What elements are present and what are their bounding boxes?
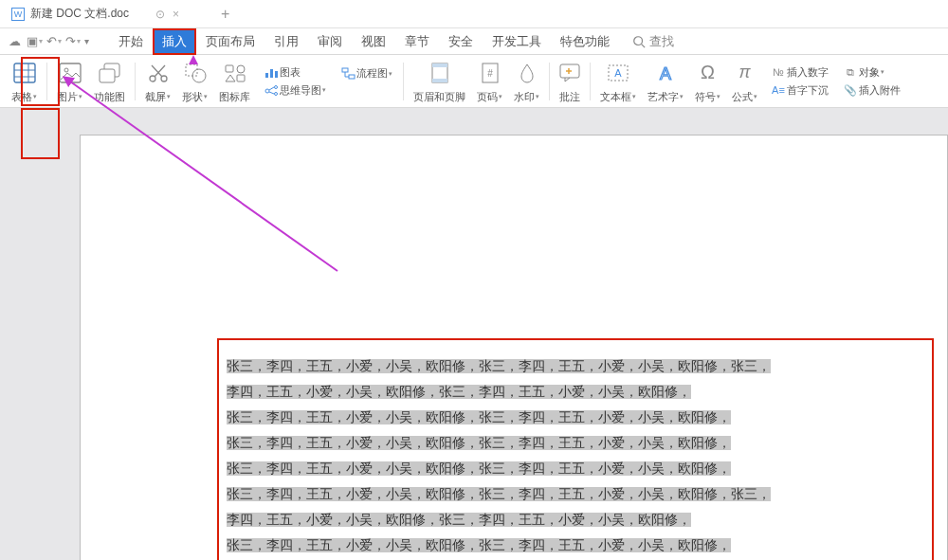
ribbon-watermark[interactable]: 水印▾ [508, 59, 545, 104]
search-icon [632, 35, 646, 48]
object-icon: ⧉ [842, 66, 859, 79]
quick-undo-icon[interactable]: ↶ [46, 34, 57, 48]
ribbon-attachment[interactable]: 📎插入附件 [839, 81, 903, 99]
ribbon-flowchart-col: 流程图▾ [333, 59, 399, 104]
comment-icon [559, 61, 580, 85]
formula-icon: π [738, 61, 750, 85]
svg-rect-29 [349, 75, 355, 79]
doc-icon: W [11, 8, 25, 21]
svg-rect-17 [226, 65, 233, 72]
ribbon-misc-group2: ⧉对象▾ 📎插入附件 [835, 59, 907, 104]
document-selection-area[interactable]: 张三，李四，王五，小爱，小吴，欧阳修，张三，李四，王五，小爱，小吴，欧阳修，张三… [217, 338, 934, 560]
svg-rect-31 [432, 63, 447, 67]
svg-point-16 [192, 69, 206, 82]
svg-rect-19 [237, 75, 245, 81]
quick-redo-icon[interactable]: ↷ [65, 34, 76, 48]
tab-close-icon[interactable]: × [173, 8, 179, 21]
menu-chapter[interactable]: 章节 [395, 28, 439, 55]
workspace: 张三，李四，王五，小爱，小吴，欧阳修，张三，李四，王五，小爱，小吴，欧阳修，张三… [0, 108, 948, 560]
mindmap-icon [263, 84, 280, 97]
separator [46, 63, 47, 100]
ribbon-textbox[interactable]: A 文本框▾ [594, 59, 642, 104]
separator [403, 63, 404, 100]
svg-rect-21 [270, 69, 273, 78]
document-tab[interactable]: W 新建 DOC 文档.doc ⊙ × [0, 0, 191, 27]
ribbon-comment[interactable]: 批注 [554, 59, 586, 104]
document-text[interactable]: 张三，李四，王五，小爱，小吴，欧阳修，张三，李四，王五，小爱，小吴，欧阳修，张三… [227, 353, 926, 560]
ribbon-chart[interactable]: 图表 [260, 63, 329, 81]
menu-reference[interactable]: 引用 [264, 28, 308, 55]
search-button[interactable]: 查找 [632, 33, 674, 50]
ribbon-formula[interactable]: π 公式▾ [726, 59, 763, 104]
menu-layout[interactable]: 页面布局 [196, 28, 264, 55]
dropcap-icon: A≡ [770, 84, 787, 96]
titlebar: W 新建 DOC 文档.doc ⊙ × + [0, 0, 948, 28]
svg-rect-10 [100, 69, 115, 82]
menu-insert[interactable]: 插入 [153, 28, 196, 55]
ribbon-screenshot[interactable]: 截屏▾ [139, 59, 176, 104]
textbox-icon: A [607, 61, 629, 85]
ribbon-page-number[interactable]: # 页码▾ [471, 59, 508, 104]
attachment-icon: 📎 [842, 84, 859, 97]
svg-point-25 [274, 92, 277, 95]
svg-rect-20 [265, 73, 268, 78]
table-icon [13, 61, 36, 85]
ribbon-iconlib[interactable]: 图标库 [213, 59, 256, 104]
quick-save-icon[interactable]: ▣ [27, 34, 38, 48]
header-footer-icon [429, 61, 450, 85]
svg-rect-28 [342, 68, 348, 72]
quick-more-icon[interactable]: ▾ [84, 36, 89, 46]
quick-cloud-icon[interactable]: ☁ [9, 34, 21, 48]
ribbon-wordart[interactable]: A 艺术字▾ [642, 59, 689, 104]
annotation-highlight [21, 108, 60, 159]
ribbon-flowchart[interactable]: 流程图▾ [337, 64, 395, 82]
separator [135, 63, 136, 100]
svg-point-0 [634, 36, 643, 45]
menubar: ☁ ▣▾ ↶▾ ↷▾ ▾ 开始 插入 页面布局 引用 审阅 视图 章节 安全 开… [0, 28, 948, 55]
ribbon-symbol[interactable]: Ω 符号▾ [689, 59, 726, 104]
tab-options-icon[interactable]: ⊙ [155, 8, 165, 21]
svg-point-18 [237, 65, 245, 73]
new-tab-button[interactable]: + [221, 6, 229, 23]
svg-line-1 [642, 44, 646, 47]
menu-features[interactable]: 特色功能 [551, 28, 619, 55]
menu-devtools[interactable]: 开发工具 [483, 28, 551, 55]
ribbon-misc-group: №插入数字 A≡首字下沉 [763, 59, 835, 104]
menu-review[interactable]: 审阅 [308, 28, 352, 55]
svg-rect-22 [275, 71, 278, 78]
ribbon-object[interactable]: ⧉对象▾ [839, 63, 903, 81]
svg-point-23 [265, 89, 269, 93]
ribbon-mindmap[interactable]: 思维导图▾ [260, 81, 329, 99]
ribbon-picture[interactable]: 图片▾ [51, 59, 88, 104]
svg-text:A: A [660, 64, 671, 82]
separator [590, 63, 591, 100]
ribbon-insert-number[interactable]: №插入数字 [767, 63, 831, 81]
menu-tabs: 开始 插入 页面布局 引用 审阅 视图 章节 安全 开发工具 特色功能 [109, 28, 619, 55]
svg-rect-7 [60, 63, 81, 82]
svg-point-24 [274, 85, 277, 88]
svg-text:A: A [614, 67, 622, 79]
ribbon-function[interactable]: 功能图 [88, 59, 131, 104]
picture-icon [59, 61, 82, 85]
page-number-icon: # [481, 61, 500, 85]
symbol-icon: Ω [701, 61, 715, 85]
flowchart-icon [339, 67, 356, 80]
menu-security[interactable]: 安全 [439, 28, 483, 55]
number-icon: № [770, 66, 787, 78]
ribbon-dropcap[interactable]: A≡首字下沉 [767, 81, 831, 99]
scissors-icon [148, 61, 169, 85]
wordart-icon: A [655, 61, 676, 85]
svg-rect-2 [14, 63, 35, 82]
svg-rect-32 [432, 79, 447, 82]
separator [549, 63, 550, 100]
menu-view[interactable]: 视图 [352, 28, 395, 55]
chart-icon [263, 66, 280, 79]
watermark-icon [518, 61, 537, 85]
ribbon-header-footer[interactable]: 页眉和页脚 [408, 59, 471, 104]
svg-line-27 [269, 92, 274, 94]
ribbon-table[interactable]: 表格▾ [6, 59, 43, 104]
svg-text:#: # [487, 68, 493, 79]
ribbon-shape[interactable]: 形状▾ [176, 59, 213, 104]
menu-start[interactable]: 开始 [109, 28, 153, 55]
iconlib-icon [224, 61, 246, 85]
